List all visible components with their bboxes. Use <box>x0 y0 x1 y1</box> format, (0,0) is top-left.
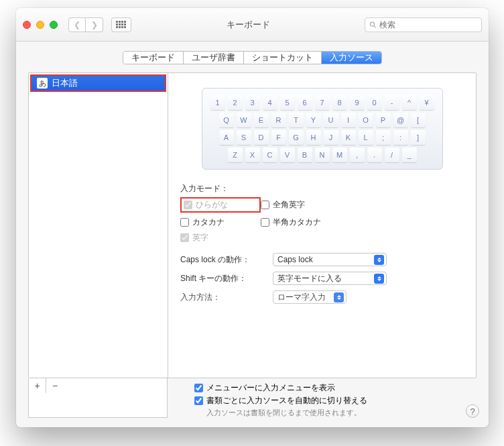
tab-input-sources[interactable]: 入力ソース <box>322 52 381 64</box>
window-title: キーボード <box>137 19 359 31</box>
input-mode-label: 入力モード： <box>180 183 464 194</box>
key-M: M <box>332 148 347 162</box>
mode-hiragana: ひらがな <box>180 197 261 213</box>
key-:: : <box>393 130 408 145</box>
capslock-label: Caps lock の動作： <box>180 254 267 266</box>
key-]: ] <box>411 130 426 145</box>
minimize-icon[interactable] <box>36 21 44 29</box>
mode-katakana[interactable]: カタカナ <box>180 217 261 228</box>
svg-rect-8 <box>116 26 118 28</box>
search-icon <box>369 21 377 29</box>
add-remove-bar: + − <box>28 378 168 418</box>
key-9: 9 <box>350 95 365 110</box>
tab-keyboard[interactable]: キーボード <box>123 52 184 64</box>
key-.: . <box>367 148 382 162</box>
input-mode-grid: ひらがな 全角英字 カタカナ 半角カタカナ 英字 <box>180 197 464 243</box>
traffic-lights <box>23 21 58 29</box>
svg-rect-5 <box>119 23 121 25</box>
tab-segmented-control: キーボード ユーザ辞書 ショートカット 入力ソース <box>123 51 382 64</box>
key-4: 4 <box>263 95 277 110</box>
mode-eiji: 英字 <box>180 232 261 243</box>
chevron-updown-icon <box>374 255 384 265</box>
method-label: 入力方法： <box>180 292 267 303</box>
svg-rect-9 <box>119 26 121 28</box>
tab-userdict[interactable]: ユーザ辞書 <box>184 52 244 64</box>
key-P: P <box>376 113 391 127</box>
shift-select[interactable]: 英字モードに入る <box>273 272 387 285</box>
shift-row: Shift キーの動作： 英字モードに入る <box>180 272 464 285</box>
key-F: F <box>271 130 286 145</box>
tabs-row: キーボード ユーザ辞書 ショートカット 入力ソース <box>16 42 489 72</box>
key-V: V <box>280 148 295 162</box>
key-W: W <box>237 113 251 127</box>
source-item-label: 日本語 <box>52 77 78 89</box>
forward-button[interactable]: ❯ <box>86 17 103 32</box>
key-5: 5 <box>280 95 295 110</box>
svg-rect-7 <box>124 23 126 25</box>
key-7: 7 <box>315 95 330 110</box>
zoom-icon[interactable] <box>50 21 58 29</box>
source-item-japanese[interactable]: あ 日本語 <box>30 74 166 92</box>
key-6: 6 <box>298 95 312 110</box>
method-row: 入力方法： ローマ字入力 <box>180 290 464 304</box>
remove-source-button[interactable]: − <box>46 378 64 393</box>
svg-rect-6 <box>121 23 123 25</box>
tab-shortcuts[interactable]: ショートカット <box>244 52 322 64</box>
hiragana-icon: あ <box>37 78 48 89</box>
key-O: O <box>359 113 373 127</box>
sources-sidebar: あ 日本語 <box>29 73 168 378</box>
key-K: K <box>341 130 356 145</box>
svg-rect-2 <box>121 21 123 23</box>
keyboard-preview: 1234567890-^¥ QWERTYUIOP@[ ASDFGHJKL;:] … <box>202 88 443 170</box>
show-all-button[interactable] <box>111 17 131 32</box>
key-B: B <box>298 148 312 162</box>
svg-rect-0 <box>116 21 118 23</box>
add-source-button[interactable]: + <box>29 378 46 393</box>
key-;: ; <box>376 130 391 145</box>
key-Y: Y <box>306 113 321 127</box>
key-/: / <box>385 148 399 162</box>
search-field[interactable] <box>365 17 482 32</box>
capslock-row: Caps lock の動作： Caps lock <box>180 253 464 266</box>
key-Z: Z <box>228 148 243 162</box>
key-Q: Q <box>219 113 234 127</box>
search-input[interactable] <box>379 20 477 30</box>
key-_: _ <box>402 148 417 162</box>
key-2: 2 <box>228 95 243 110</box>
key-S: S <box>237 130 251 145</box>
back-button[interactable]: ❮ <box>68 17 86 32</box>
method-select[interactable]: ローマ字入力 <box>273 290 346 304</box>
key-H: H <box>306 130 321 145</box>
svg-point-12 <box>370 21 374 25</box>
key-R: R <box>271 113 286 127</box>
capslock-select[interactable]: Caps lock <box>273 253 387 266</box>
key-C: C <box>263 148 277 162</box>
key-1: 1 <box>210 95 225 110</box>
key-,: , <box>350 148 365 162</box>
key-J: J <box>324 130 338 145</box>
key-A: A <box>219 130 234 145</box>
svg-line-13 <box>374 25 376 27</box>
key-N: N <box>315 148 330 162</box>
svg-rect-3 <box>124 21 126 23</box>
mode-zenkaku-eiji[interactable]: 全角英字 <box>261 197 348 213</box>
auto-switch-note: 入力ソースは書類を閉じるまで使用されます。 <box>206 408 367 418</box>
key-T: T <box>289 113 304 127</box>
key-0: 0 <box>367 95 382 110</box>
source-detail: 1234567890-^¥ QWERTYUIOP@[ ASDFGHJKL;:] … <box>168 73 476 378</box>
shift-label: Shift キーの動作： <box>180 273 267 284</box>
close-icon[interactable] <box>23 21 31 29</box>
auto-switch-check[interactable]: 書類ごとに入力ソースを自動的に切り替える <box>194 395 367 406</box>
help-button[interactable]: ? <box>466 404 479 418</box>
svg-rect-11 <box>124 26 126 28</box>
key-¥: ¥ <box>420 95 434 110</box>
show-input-menu-check[interactable]: メニューバーに入力メニューを表示 <box>194 382 367 394</box>
key-G: G <box>289 130 304 145</box>
preferences-window: ❮ ❯ キーボード キーボード ユーザ辞書 ショートカット 入力ソース あ 日本 <box>16 8 489 427</box>
titlebar: ❮ ❯ キーボード <box>16 8 489 42</box>
svg-rect-1 <box>119 21 121 23</box>
nav-back-forward: ❮ ❯ <box>68 17 103 32</box>
key-E: E <box>254 113 269 127</box>
mode-hankaku-katakana[interactable]: 半角カタカナ <box>261 217 348 228</box>
key-3: 3 <box>245 95 260 110</box>
